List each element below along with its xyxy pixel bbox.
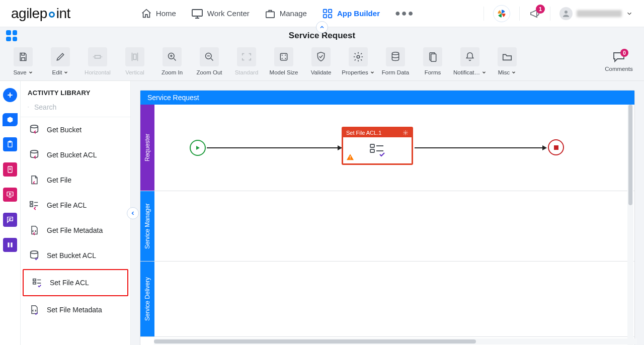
zoom-in-label: Zoom In — [162, 69, 183, 75]
list-check-icon — [28, 199, 41, 212]
svg-rect-7 — [95, 55, 101, 58]
workspace: ACTIVITY LIBRARY Get Bucket Get Bucket A… — [0, 81, 644, 345]
forms-label: Forms — [425, 69, 441, 75]
activity-item-label: Set Bucket ACL — [47, 251, 96, 260]
activity-item-get-file-metadata[interactable]: Get File Metadata — [21, 218, 130, 243]
canvas-horizontal-scrollbar[interactable] — [154, 338, 637, 344]
vstrip-monitor-button[interactable] — [3, 188, 17, 202]
activity-library-title: ACTIVITY LIBRARY — [21, 81, 130, 103]
save-button[interactable]: Save — [7, 47, 39, 75]
columns-icon — [6, 241, 14, 249]
activity-node-set-file-acl[interactable]: Set File ACL.1 — [342, 127, 413, 165]
vstrip-add-button[interactable] — [3, 88, 17, 102]
collapse-header-button[interactable] — [316, 21, 328, 33]
nav-more[interactable]: ●●● — [395, 8, 415, 19]
svg-rect-21 — [11, 242, 12, 247]
lane-label-service-manager: Service Manager — [140, 191, 154, 261]
zoom-out-button[interactable]: Zoom Out — [193, 47, 225, 75]
app-grid-icon — [322, 8, 333, 19]
svg-rect-2 — [324, 9, 327, 12]
model-size-label: Model Size — [270, 69, 298, 75]
zoom-out-icon — [204, 52, 214, 62]
align-horizontal-button[interactable]: Horizontal — [82, 47, 114, 75]
nav-work-center-label: Work Center — [207, 9, 250, 18]
nav-manage-label: Manage — [280, 9, 307, 18]
nav-home[interactable]: Home — [141, 8, 176, 19]
model-size-button[interactable]: Model Size — [268, 47, 300, 75]
edit-button[interactable]: Edit — [44, 47, 76, 75]
start-node[interactable] — [190, 140, 206, 156]
activity-library-panel: ACTIVITY LIBRARY Get Bucket Get Bucket A… — [20, 81, 131, 345]
svg-rect-4 — [324, 14, 327, 17]
validate-button[interactable]: Validate — [305, 47, 337, 75]
launcher-button[interactable] — [493, 5, 510, 22]
save-icon — [18, 52, 28, 62]
nav-right: 1 — [484, 5, 633, 22]
user-menu[interactable] — [559, 7, 633, 20]
zoom-in-button[interactable]: Zoom In — [156, 47, 188, 75]
shield-check-icon — [316, 51, 326, 62]
activity-item-label: Get Bucket ACL — [47, 151, 97, 159]
play-icon — [195, 145, 201, 151]
swimlane-service-manager: Service Manager — [140, 191, 634, 262]
activity-item-get-bucket-acl[interactable]: Get Bucket ACL — [21, 142, 130, 167]
canvas-vertical-scrollbar[interactable] — [627, 105, 633, 345]
validate-label: Validate — [311, 69, 332, 75]
vstrip-doc-button[interactable] — [3, 162, 17, 177]
zoom-out-label: Zoom Out — [196, 69, 222, 75]
lane-label-requester: Requester — [140, 105, 154, 191]
notifications-ribbon-button[interactable]: Notificat… — [454, 47, 486, 75]
nav-app-builder[interactable]: App Builder — [322, 8, 380, 19]
activity-item-set-file-acl[interactable]: Set File ACL — [23, 269, 128, 296]
activity-item-set-bucket-acl[interactable]: Set Bucket ACL — [21, 243, 130, 268]
flow-arrow — [415, 147, 546, 148]
forms-button[interactable]: Forms — [417, 47, 449, 75]
activity-item-get-file[interactable]: Get File — [21, 167, 130, 193]
comments-button[interactable]: 0 Comments — [601, 47, 637, 75]
code-file-check-icon — [28, 303, 41, 316]
activity-item-get-file-acl[interactable]: Get File ACL — [21, 193, 130, 218]
zoom-standard-button[interactable]: Standard — [230, 47, 263, 75]
notifications-button[interactable]: 1 — [529, 8, 541, 20]
nav-manage[interactable]: Manage — [265, 9, 307, 19]
save-label: Save — [13, 69, 26, 75]
nav-separator — [550, 7, 550, 21]
gear-icon[interactable] — [403, 130, 409, 136]
end-node[interactable] — [548, 139, 564, 155]
chevron-down-icon — [28, 70, 33, 75]
activity-list: Get Bucket Get Bucket ACL Get File Get F… — [21, 117, 130, 345]
collapse-panel-button[interactable] — [127, 207, 139, 219]
swimlane-service-delivery: Service Delivery — [140, 262, 634, 337]
svg-rect-1 — [266, 12, 274, 18]
canvas-title: Service Request — [140, 91, 634, 105]
vstrip-chat-button[interactable] — [3, 213, 17, 227]
nav-home-label: Home — [156, 9, 176, 18]
chevron-down-icon — [511, 70, 516, 75]
vstrip-clipboard-button[interactable] — [3, 137, 17, 151]
forms-icon — [428, 51, 438, 62]
brand-left: agilep — [11, 6, 47, 22]
nav-separator — [519, 7, 520, 21]
document-icon — [6, 165, 14, 174]
monitor-play-icon — [6, 191, 14, 199]
apps-grid-button[interactable] — [6, 30, 17, 41]
fit-screen-icon — [241, 52, 252, 62]
svg-rect-19 — [7, 192, 13, 196]
bell-icon — [465, 51, 475, 62]
process-canvas[interactable]: Service Request Requester Set File ACL.1 — [140, 90, 635, 345]
align-vertical-button[interactable]: Vertical — [119, 47, 151, 75]
user-name-redacted — [577, 10, 622, 17]
svg-point-27 — [31, 251, 38, 254]
activity-item-get-bucket[interactable]: Get Bucket — [21, 117, 130, 142]
misc-button[interactable]: Misc — [491, 47, 523, 75]
properties-button[interactable]: Properties — [342, 47, 374, 75]
vstrip-columns-button[interactable] — [3, 238, 17, 252]
list-check-icon — [369, 143, 386, 158]
nav-work-center[interactable]: Work Center — [191, 9, 250, 19]
vertical-label: Vertical — [125, 69, 144, 75]
activity-search-input[interactable] — [33, 103, 123, 112]
activity-search[interactable] — [21, 103, 130, 117]
activity-item-set-file-metadata[interactable]: Set File Metadata — [21, 297, 130, 322]
form-data-button[interactable]: Form Data — [379, 47, 412, 75]
vstrip-hex-button[interactable] — [3, 113, 18, 126]
